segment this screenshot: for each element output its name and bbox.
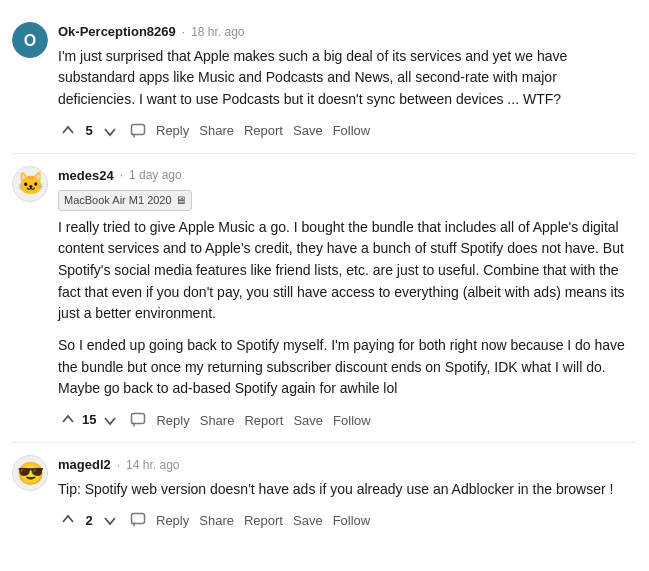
avatar: 😎: [12, 455, 48, 491]
follow-button[interactable]: Follow: [333, 121, 371, 140]
follow-button[interactable]: Follow: [333, 411, 371, 430]
svg-rect-3: [132, 414, 145, 424]
comment-icon: [130, 412, 146, 428]
vote-section: 5: [58, 121, 120, 141]
comment-section: OOk-Perception8269·18 hr. agoI'm just su…: [0, 0, 649, 552]
comment-timestamp: 1 day ago: [129, 166, 182, 184]
report-button[interactable]: Report: [244, 511, 283, 530]
dot-separator: ·: [182, 23, 185, 41]
dot-separator: ·: [117, 456, 120, 474]
svg-text:O: O: [24, 32, 36, 49]
avatar: 🐱: [12, 166, 48, 202]
comment: 😎magedl2·14 hr. agoTip: Spotify web vers…: [12, 443, 637, 542]
vote-count: 15: [82, 410, 96, 430]
reply-button[interactable]: Reply: [156, 411, 189, 430]
vote-count: 5: [82, 121, 96, 141]
vote-count: 2: [82, 511, 96, 531]
comment-text: Tip: Spotify web version doesn't have ad…: [58, 479, 637, 501]
comment-body: medes24·1 day agoMacBook Air M1 2020 🖥I …: [58, 166, 637, 431]
vote-section: 15: [58, 410, 120, 430]
comment-icon: [130, 123, 146, 139]
reply-button[interactable]: Reply: [156, 511, 189, 530]
comment-actions: 2ReplyShareReportSaveFollow: [58, 510, 637, 530]
svg-rect-4: [132, 514, 145, 524]
username[interactable]: medes24: [58, 166, 114, 186]
upvote-button[interactable]: [58, 121, 78, 141]
dot-separator: ·: [120, 166, 123, 184]
comment-text: I'm just surprised that Apple makes such…: [58, 46, 637, 111]
save-button[interactable]: Save: [293, 411, 323, 430]
flair-badge: MacBook Air M1 2020 🖥: [58, 190, 192, 211]
downvote-button[interactable]: [100, 121, 120, 141]
comment-timestamp: 18 hr. ago: [191, 23, 244, 41]
downvote-button[interactable]: [100, 410, 120, 430]
reply-button[interactable]: Reply: [156, 121, 189, 140]
share-button[interactable]: Share: [200, 411, 235, 430]
comment: 🐱medes24·1 day agoMacBook Air M1 2020 🖥I…: [12, 154, 637, 444]
comment-timestamp: 14 hr. ago: [126, 456, 179, 474]
share-button[interactable]: Share: [199, 121, 234, 140]
comment-actions: 15ReplyShareReportSaveFollow: [58, 410, 637, 430]
username[interactable]: Ok-Perception8269: [58, 22, 176, 42]
comment: OOk-Perception8269·18 hr. agoI'm just su…: [12, 10, 637, 154]
comment-text: I really tried to give Apple Music a go.…: [58, 217, 637, 401]
upvote-button[interactable]: [58, 410, 78, 430]
follow-button[interactable]: Follow: [333, 511, 371, 530]
downvote-button[interactable]: [100, 510, 120, 530]
upvote-button[interactable]: [58, 510, 78, 530]
comment-header: Ok-Perception8269·18 hr. ago: [58, 22, 637, 42]
username[interactable]: magedl2: [58, 455, 111, 475]
share-button[interactable]: Share: [199, 511, 234, 530]
svg-rect-2: [132, 124, 145, 134]
comment-body: Ok-Perception8269·18 hr. agoI'm just sur…: [58, 22, 637, 141]
avatar: O: [12, 22, 48, 58]
comment-body: magedl2·14 hr. agoTip: Spotify web versi…: [58, 455, 637, 530]
comment-icon: [130, 512, 146, 528]
save-button[interactable]: Save: [293, 511, 323, 530]
save-button[interactable]: Save: [293, 121, 323, 140]
report-button[interactable]: Report: [244, 121, 283, 140]
comment-actions: 5ReplyShareReportSaveFollow: [58, 121, 637, 141]
vote-section: 2: [58, 510, 120, 530]
comment-header: medes24·1 day ago: [58, 166, 637, 186]
comment-header: magedl2·14 hr. ago: [58, 455, 637, 475]
report-button[interactable]: Report: [244, 411, 283, 430]
